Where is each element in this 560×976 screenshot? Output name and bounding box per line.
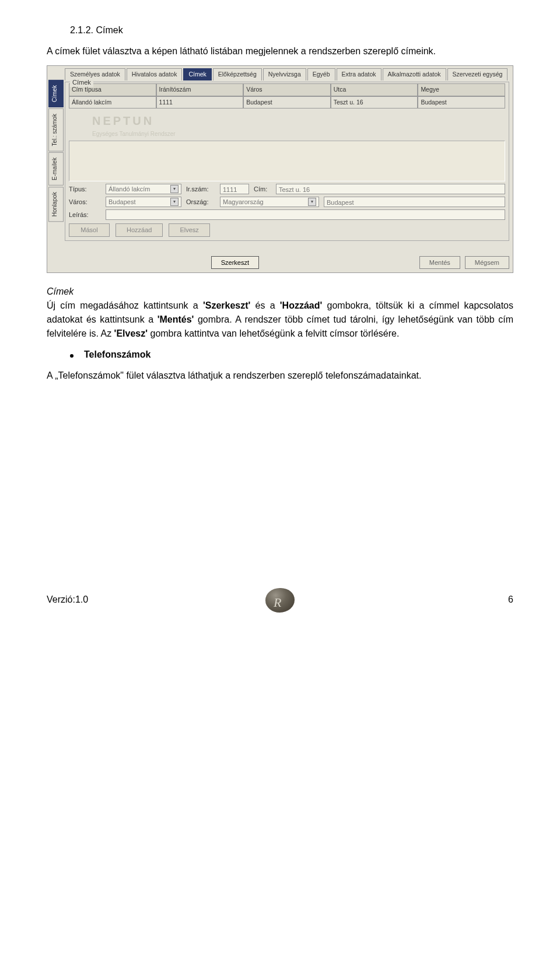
- section-heading: 2.1.2. Címek: [47, 23, 513, 37]
- elvesz-ref: 'Elvesz': [114, 328, 148, 338]
- text: Új cím megadásához kattintsunk a: [47, 300, 203, 310]
- col-megye[interactable]: Megye: [418, 83, 505, 96]
- cimek-group: Címek Cím típusa Iránítószám Város Utca …: [65, 82, 509, 241]
- form-row-1: Típus: Állandó lakcím ▾ Ir.szám: 1111 Cí…: [69, 184, 505, 194]
- side-tab-cimek[interactable]: Címek: [48, 80, 64, 107]
- masol-button[interactable]: Másol: [69, 223, 110, 237]
- orszag-value: Magyarország: [223, 197, 264, 207]
- tab-hivatalos-adatok[interactable]: Hivatalos adatok: [127, 68, 183, 81]
- tab-egyeb[interactable]: Egyéb: [307, 68, 335, 81]
- side-tab-bar: Címek Tel.: számok E-mailek Honlapok: [48, 80, 64, 223]
- page-footer: Verzió:1.0 6: [47, 593, 513, 607]
- tab-alkalmazotti-adatok[interactable]: Alkalmazotti adatok: [383, 68, 446, 81]
- tab-elokepzettseg[interactable]: Előképzettség: [213, 68, 262, 81]
- chevron-down-icon: ▾: [308, 198, 316, 206]
- orszag-select[interactable]: Magyarország ▾: [220, 197, 319, 207]
- irszam-label: Ir.szám:: [186, 184, 215, 194]
- cell-iranitoszam: 1111: [156, 96, 244, 109]
- cell-megye: Budapest: [418, 96, 505, 109]
- grid-empty-area: [69, 141, 505, 181]
- mentes-ref: 'Mentés': [158, 314, 194, 324]
- neptun-screenshot: Személyes adatok Hivatalos adatok Címek …: [47, 65, 513, 273]
- body-paragraph-1: Új cím megadásához kattintsunk a 'Szerke…: [47, 299, 513, 341]
- col-utca[interactable]: Utca: [331, 83, 418, 96]
- text: gombra kattintva van lehetőségünk a felv…: [148, 328, 399, 338]
- hozzaad-ref: 'Hozzáad': [280, 300, 323, 310]
- chevron-down-icon: ▾: [170, 185, 178, 193]
- tab-nyelvvizsga[interactable]: Nyelvvizsga: [263, 68, 306, 81]
- tab-szervezeti-egyseg[interactable]: Szervezeti egység: [447, 68, 508, 81]
- form-row-3: Leírás:: [69, 209, 505, 220]
- megsem-button[interactable]: Mégsem: [465, 256, 509, 270]
- leiras-input[interactable]: [106, 209, 505, 220]
- group-title: Címek: [70, 78, 93, 88]
- screenshot-container: Személyes adatok Hivatalos adatok Címek …: [47, 65, 513, 273]
- chevron-down-icon: ▾: [170, 198, 178, 206]
- spacer: [259, 256, 415, 270]
- megye-input[interactable]: Budapest: [324, 197, 505, 207]
- body-paragraph-2: A „Telefonszámok" fület választva láthat…: [47, 369, 513, 383]
- col-iranitoszam[interactable]: Iránítószám: [156, 83, 244, 96]
- bottom-button-bar: Szerkeszt Mentés Mégsem: [47, 244, 513, 273]
- cim-input[interactable]: Teszt u. 16: [276, 184, 505, 194]
- neptun-watermark: NEPTUN: [92, 112, 505, 130]
- stone-icon: [265, 588, 295, 613]
- grid-header-row: Cím típusa Iránítószám Város Utca Megye: [69, 83, 505, 96]
- page-number: 6: [508, 593, 513, 607]
- form-row-2: Város: Budapest ▾ Ország: Magyarország ▾…: [69, 197, 505, 207]
- version-label: Verzió:1.0: [47, 593, 88, 607]
- elvesz-button[interactable]: Elvesz: [169, 223, 209, 237]
- hozzaad-button[interactable]: Hozzáad: [116, 223, 163, 237]
- footer-logo: [265, 588, 295, 613]
- bullet-telefonszamok: Telefonszámok: [70, 348, 513, 362]
- tab-extra-adatok[interactable]: Extra adatok: [337, 68, 382, 81]
- cell-utca: Teszt u. 16: [331, 96, 418, 109]
- top-tab-bar: Személyes adatok Hivatalos adatok Címek …: [47, 66, 513, 81]
- szerkeszt-button[interactable]: Szerkeszt: [211, 256, 259, 270]
- varos-select[interactable]: Budapest ▾: [106, 197, 181, 207]
- table-row[interactable]: Állandó lakcím 1111 Budapest Teszt u. 16…: [69, 96, 505, 109]
- tipus-select[interactable]: Állandó lakcím ▾: [106, 184, 181, 194]
- neptun-watermark-sub: Egységes Tanulmányi Rendszer: [92, 130, 505, 138]
- spacer: [51, 256, 206, 270]
- side-tab-tel-szamok[interactable]: Tel.: számok: [48, 109, 64, 152]
- tipus-value: Állandó lakcím: [108, 184, 150, 194]
- tipus-label: Típus:: [69, 184, 101, 194]
- bullet-icon: [70, 354, 74, 358]
- tab-cimek[interactable]: Címek: [183, 68, 211, 81]
- text: és a: [250, 300, 279, 310]
- varos-value: Budapest: [108, 197, 135, 207]
- bullet-label: Telefonszámok: [84, 348, 150, 362]
- cim-label: Cím:: [254, 184, 271, 194]
- orszag-label: Ország:: [186, 197, 215, 207]
- varos-label: Város:: [69, 197, 101, 207]
- mentes-button[interactable]: Mentés: [419, 256, 460, 270]
- cell-cim-tipusa: Állandó lakcím: [69, 96, 156, 109]
- leiras-label: Leírás:: [69, 210, 101, 220]
- side-tab-honlapok[interactable]: Honlapok: [48, 187, 64, 222]
- cimek-subheading: Címek: [47, 285, 513, 299]
- side-tab-emailek[interactable]: E-mailek: [48, 152, 64, 186]
- intro-paragraph: A címek fület választva a képen látható …: [47, 44, 513, 58]
- irszam-input[interactable]: 1111: [220, 184, 249, 194]
- szerkeszt-ref: 'Szerkeszt': [203, 300, 250, 310]
- action-button-row: Másol Hozzáad Elvesz: [69, 223, 505, 237]
- cell-varos: Budapest: [243, 96, 331, 109]
- col-varos[interactable]: Város: [243, 83, 331, 96]
